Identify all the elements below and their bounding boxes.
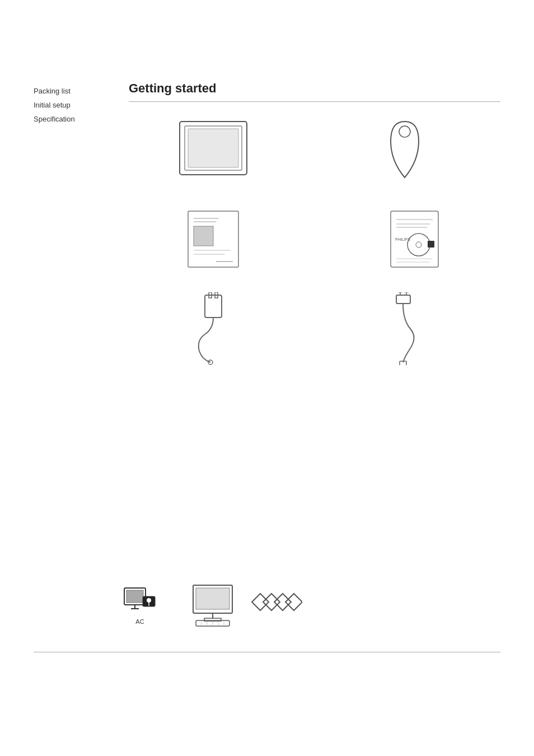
- svg-rect-26: [396, 295, 410, 304]
- power-adapter-item: [129, 292, 298, 365]
- cd-item: PHILIPS: [320, 203, 489, 276]
- cd-illustration: PHILIPS: [368, 208, 441, 270]
- svg-point-37: [147, 598, 151, 603]
- svg-point-18: [416, 242, 421, 248]
- svg-rect-33: [127, 590, 143, 603]
- quickstart-item: [129, 203, 298, 276]
- page-title: Getting started: [129, 81, 500, 96]
- usb-cable-illustration: [380, 292, 430, 365]
- top-divider: [129, 101, 500, 102]
- bottom-divider: [34, 652, 500, 652]
- remote-illustration: [385, 116, 424, 183]
- svg-marker-52: [285, 594, 302, 610]
- svg-rect-19: [428, 241, 434, 248]
- svg-marker-49: [252, 594, 269, 610]
- remote-item: [320, 113, 489, 186]
- usb-cable-item: [320, 292, 489, 365]
- ac-label: AC: [135, 618, 144, 625]
- computer-memcard-item: [190, 582, 302, 627]
- sidebar: Packing list Initial setup Specification: [34, 87, 75, 123]
- bottom-section: AC: [123, 582, 302, 627]
- svg-rect-2: [188, 129, 238, 167]
- svg-rect-40: [196, 588, 229, 609]
- sidebar-item-packing-list[interactable]: Packing list: [34, 87, 75, 95]
- svg-marker-50: [263, 594, 280, 610]
- sidebar-item-initial-setup[interactable]: Initial setup: [34, 101, 75, 109]
- page-container: Packing list Initial setup Specification…: [0, 0, 534, 756]
- photo-frame-item: [129, 113, 298, 186]
- ac-power-item: AC: [123, 585, 157, 625]
- photo-frame-illustration: [177, 119, 250, 180]
- power-adapter-illustration: [188, 292, 238, 365]
- sidebar-item-specification[interactable]: Specification: [34, 115, 75, 123]
- items-grid: PHILIPS: [129, 113, 500, 365]
- svg-rect-22: [205, 295, 222, 318]
- main-content: Getting started: [129, 81, 500, 365]
- svg-point-17: [407, 234, 430, 256]
- svg-point-4: [399, 126, 410, 137]
- svg-rect-8: [194, 226, 213, 246]
- svg-marker-51: [274, 594, 291, 610]
- quickstart-illustration: [185, 208, 241, 270]
